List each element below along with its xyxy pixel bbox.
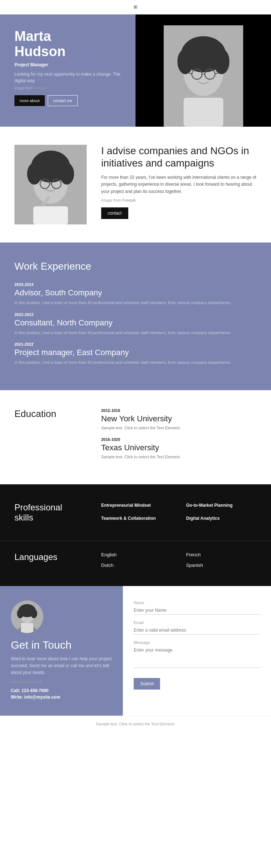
email-field-group: Email: [134, 620, 260, 635]
contact-form: Name Email Message Submit: [123, 586, 271, 716]
edu-year-1: 2016-1020: [101, 437, 257, 442]
edu-desc-0: Sample text. Click to select the Text El…: [101, 426, 257, 430]
hamburger-icon[interactable]: ≡: [133, 3, 137, 11]
edu-school-1: Texas University: [101, 443, 257, 452]
hero-name: Marta Hudson: [14, 29, 125, 59]
about-content: I advise companies and NGOs in initiativ…: [101, 145, 257, 219]
contact-phone: Call: 123-456-7890: [11, 688, 112, 693]
job-year-1: 2022-2023: [14, 312, 257, 317]
hero-title: Project Manager: [14, 62, 125, 67]
about-image-credit: Image from Freepik: [101, 198, 257, 202]
language-3: Spanish: [186, 562, 257, 568]
svg-point-29: [31, 609, 37, 618]
email-input[interactable]: [134, 626, 260, 635]
job-year-0: 2023-2024: [14, 282, 257, 287]
education-label: Education: [14, 408, 79, 466]
skills-label: Professional skills: [14, 502, 79, 523]
svg-point-18: [27, 163, 42, 185]
name-label: Name: [134, 601, 260, 605]
svg-rect-24: [33, 206, 68, 224]
hero-right: [136, 14, 271, 127]
hero-left: Marta Hudson Project Manager Looking for…: [0, 14, 136, 127]
job-desc-1: In this position, I led a team of more t…: [14, 330, 257, 336]
contact-email: Write: info@mysite.com: [11, 695, 112, 700]
languages-section: Languages English French Dutch Spanish: [0, 541, 271, 586]
edu-year-0: 2012-1016: [101, 408, 257, 413]
job-desc-0: In this position, I led a team of more t…: [14, 300, 257, 306]
submit-button[interactable]: Submit: [134, 678, 160, 690]
name-input[interactable]: [134, 606, 260, 615]
work-experience-section: Work Experience 2023-2024 Advisor, South…: [0, 243, 271, 390]
hero-section: Marta Hudson Project Manager Looking for…: [0, 14, 271, 127]
contact-me-button[interactable]: contact me: [48, 95, 78, 106]
job-desc-2: In this position, I led a team of more t…: [14, 359, 257, 366]
contact-freepik-link[interactable]: Freepik: [30, 680, 42, 684]
work-section-title: Work Experience: [14, 261, 257, 272]
contact-section: Get in Touch Want to hear more about how…: [0, 586, 271, 716]
svg-rect-12: [184, 98, 223, 127]
education-content: 2012-1016 New York University Sample tex…: [101, 408, 257, 466]
language-2: Dutch: [101, 562, 172, 568]
contact-image-credit: image from Freepik: [11, 680, 112, 684]
svg-rect-31: [21, 623, 33, 633]
footer: Sample text. Click to select the Text El…: [0, 716, 271, 732]
footer-text: Sample text. Click to select the Text El…: [96, 722, 175, 726]
message-field-group: Message: [134, 640, 260, 669]
language-1: French: [186, 552, 257, 557]
message-label: Message: [134, 640, 260, 645]
skills-grid: Entrepreneurial Mindset Go-to-Market Pla…: [101, 502, 257, 522]
job-title-2: Project manager, East Company: [14, 348, 257, 357]
contact-portrait: [11, 601, 43, 633]
education-section: Education 2012-1016 New York University …: [0, 390, 271, 484]
about-section: I advise companies and NGOs in initiativ…: [0, 127, 271, 243]
contact-left-panel: Get in Touch Want to hear more about how…: [0, 586, 123, 716]
email-label: Email: [134, 620, 260, 625]
svg-point-28: [17, 609, 23, 618]
top-navigation: ≡: [0, 0, 271, 14]
edu-desc-1: Sample text. Click to select the Text El…: [101, 455, 257, 459]
languages-title: Languages: [14, 552, 79, 562]
skill-3: Digital Analytics: [186, 515, 257, 522]
skill-2: Teamwork & Collaboration: [101, 515, 172, 522]
skill-1: Go-to-Market Planning: [186, 502, 257, 509]
hero-description: Looking for my next opportunity to make …: [14, 71, 125, 84]
job-title-1: Consultant, North Company: [14, 318, 257, 328]
education-title: Education: [14, 408, 79, 420]
contact-heading: Get in Touch: [11, 639, 112, 651]
freepik-link[interactable]: Freepik: [34, 86, 46, 90]
skills-title: Professional skills: [14, 502, 79, 523]
svg-point-6: [214, 49, 229, 74]
language-0: English: [101, 552, 172, 557]
hero-buttons: more about contact me: [14, 95, 125, 106]
svg-point-5: [177, 49, 193, 74]
contact-description: Want to hear more about how I can help y…: [11, 656, 112, 677]
hero-image-credit: image from Freepik: [14, 86, 125, 90]
about-headline: I advise companies and NGOs in initiativ…: [101, 145, 257, 169]
job-year-2: 2021-2022: [14, 342, 257, 346]
about-contact-button[interactable]: contact: [101, 207, 128, 219]
edu-school-0: New York University: [101, 414, 257, 424]
about-text: For more than 15 years, I've been workin…: [101, 174, 257, 195]
skills-section: Professional skills Entrepreneurial Mind…: [0, 484, 271, 541]
job-title-0: Advisor, South Company: [14, 288, 257, 298]
skill-0: Entrepreneurial Mindset: [101, 502, 172, 509]
more-about-button[interactable]: more about: [14, 95, 45, 106]
name-field-group: Name: [134, 601, 260, 615]
about-portrait: [14, 145, 87, 224]
svg-point-19: [60, 163, 74, 185]
message-input[interactable]: [134, 646, 260, 668]
about-freepik-link[interactable]: Freepik: [122, 198, 136, 202]
hero-portrait: [164, 25, 243, 127]
languages-grid: English French Dutch Spanish: [101, 552, 257, 568]
languages-label: Languages: [14, 552, 79, 562]
